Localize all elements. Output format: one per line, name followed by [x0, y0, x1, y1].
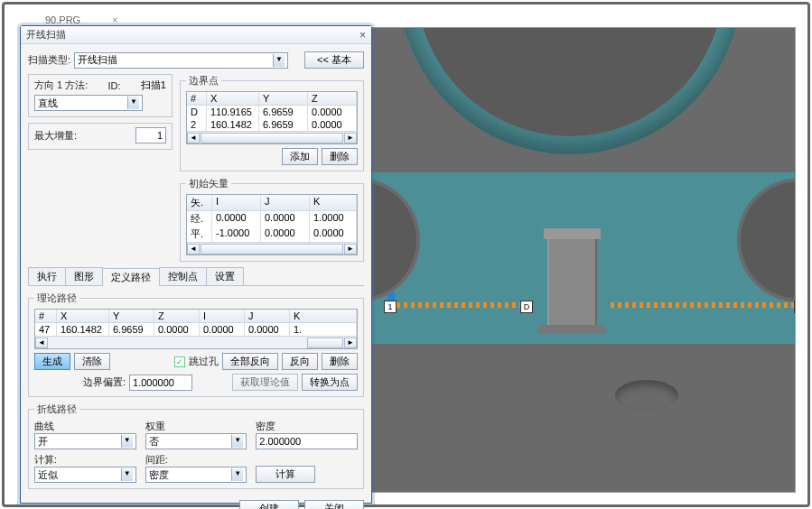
offset-label: 边界偏置:: [83, 375, 126, 389]
offset-input[interactable]: [129, 375, 192, 391]
marker-2[interactable]: 2: [794, 301, 796, 313]
calc-combo[interactable]: 近似▼: [34, 467, 136, 483]
calc-button[interactable]: 计算: [256, 466, 315, 483]
direction-group: 方向 1 方法: ID: 扫描1 直线▼: [28, 74, 173, 117]
scan-type-combo[interactable]: 开线扫描▼: [74, 52, 288, 69]
clear-button[interactable]: 清除: [74, 353, 110, 370]
chevron-down-icon: ▼: [231, 435, 243, 448]
id-value: 扫描1: [141, 79, 166, 92]
max-inc-group: 最大增量:: [28, 123, 173, 150]
tab-define-path[interactable]: 定义路径: [102, 268, 160, 286]
initvec-table[interactable]: 矢. I J K 经. 0.0000 0.0000 1.0000: [186, 194, 358, 255]
dist-label: 间距:: [145, 454, 168, 465]
theory-path-legend: 理论路径: [34, 292, 79, 305]
tab-control-points[interactable]: 控制点: [159, 267, 207, 285]
table-row[interactable]: 47 160.1482 6.9659 0.0000 0.0000 0.0000 …: [35, 323, 357, 336]
chevron-down-icon: ▼: [273, 54, 285, 67]
tab-graphic[interactable]: 图形: [65, 267, 103, 285]
table-row[interactable]: 平. -1.0000 0.0000 0.0000: [187, 227, 357, 242]
basic-button[interactable]: << 基本: [304, 51, 364, 69]
table-row[interactable]: D 110.9165 6.9659 0.0000: [187, 106, 357, 118]
hscrollbar[interactable]: ◄►: [35, 336, 357, 348]
close-icon[interactable]: ×: [359, 29, 366, 42]
skip-hole-checkbox[interactable]: ✓: [174, 356, 185, 367]
chevron-down-icon: ▼: [231, 468, 243, 481]
hscrollbar[interactable]: ◄►: [187, 242, 357, 255]
weight-combo[interactable]: 否▼: [145, 433, 247, 449]
part-base: [361, 344, 796, 493]
hscrollbar[interactable]: ◄►: [187, 131, 357, 143]
marker-d[interactable]: D: [520, 301, 533, 313]
table-row[interactable]: 2 160.1482 6.9659 0.0000: [187, 118, 357, 131]
probe-icon: [387, 292, 395, 301]
boundary-group: 边界点 # X Y Z D 110.9165 6.9659: [180, 74, 364, 171]
base-bore: [615, 380, 678, 411]
scan-path: [611, 302, 796, 308]
all-reverse-button[interactable]: 全部反向: [222, 353, 278, 370]
tab-execute[interactable]: 执行: [28, 267, 66, 285]
delete-button[interactable]: 删除: [322, 353, 358, 370]
dialog-title: 开线扫描: [26, 28, 66, 42]
theory-table[interactable]: # X Y Z I J K 47 160.1482 6.9659 0.0000 …: [34, 309, 358, 349]
add-button[interactable]: 添加: [282, 148, 318, 165]
dist-combo[interactable]: 密度▼: [145, 467, 247, 483]
skip-hole-label: 跳过孔: [189, 355, 219, 368]
titlebar[interactable]: 开线扫描 ×: [21, 26, 371, 44]
curve-label: 曲线: [34, 421, 54, 431]
initvec-legend: 初始矢量: [186, 177, 231, 190]
weight-label: 权重: [145, 421, 165, 431]
file-tab[interactable]: 90.PRG×: [45, 14, 80, 25]
create-button[interactable]: 创建: [239, 500, 299, 509]
direction-combo[interactable]: 直线▼: [34, 95, 143, 111]
scan-type-label: 扫描类型:: [28, 53, 70, 67]
chevron-down-icon: ▼: [121, 435, 133, 448]
density-label: 密度: [256, 421, 275, 431]
scan-dialog: 开线扫描 × 扫描类型: 开线扫描▼ << 基本 方向 1 方法: ID:: [20, 25, 372, 504]
curve-combo[interactable]: 开▼: [34, 433, 136, 449]
reverse-button[interactable]: 反向: [282, 353, 318, 370]
direction-label: 方向 1 方法:: [34, 79, 88, 92]
viewport-3d[interactable]: 1 D 2: [361, 27, 796, 493]
close-tab-icon[interactable]: ×: [112, 14, 117, 25]
generate-button[interactable]: 生成: [34, 353, 70, 370]
density-input[interactable]: [256, 433, 358, 449]
calc-label: 计算:: [34, 454, 57, 465]
boundary-legend: 边界点: [186, 74, 221, 88]
close-button[interactable]: 关闭: [304, 500, 364, 509]
chevron-down-icon: ▼: [127, 97, 139, 109]
max-inc-label: 最大增量:: [34, 129, 77, 143]
id-label: ID:: [108, 80, 121, 91]
polyline-legend: 折线路径: [34, 403, 79, 416]
tabstrip: 执行 图形 定义路径 控制点 设置: [28, 267, 364, 286]
tab-settings[interactable]: 设置: [206, 267, 244, 285]
boundary-table[interactable]: # X Y Z D 110.9165 6.9659 0.0000: [186, 91, 358, 144]
table-row[interactable]: 经. 0.0000 0.0000 1.0000: [187, 211, 357, 227]
polyline-group: 折线路径 曲线 开▼ 权重 否▼ 密度 计算:: [28, 403, 364, 489]
get-theory-button[interactable]: 获取理论值: [232, 374, 298, 391]
delete-button[interactable]: 删除: [322, 148, 358, 165]
scan-path: [389, 302, 520, 308]
chevron-down-icon: ▼: [121, 468, 133, 481]
marker-1[interactable]: 1: [384, 301, 397, 313]
initvec-group: 初始矢量 矢. I J K 经. 0.0000 0.0000: [180, 177, 364, 262]
max-inc-input[interactable]: [135, 127, 166, 143]
theory-path-group: 理论路径 # X Y Z I J K 47 160.1482 6.9659: [28, 292, 364, 397]
pillar: [547, 236, 597, 330]
to-point-button[interactable]: 转换为点: [302, 374, 358, 391]
